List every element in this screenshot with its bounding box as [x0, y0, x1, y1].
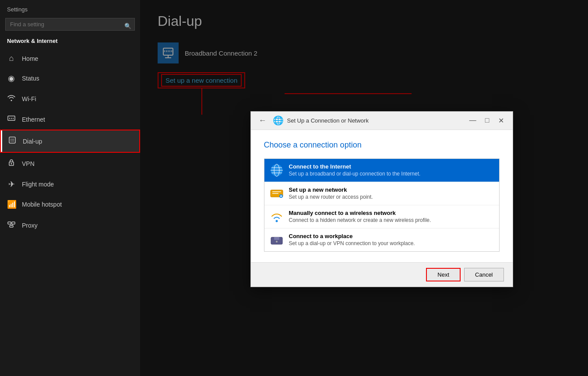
dialog-window-controls: — □ ✕ [466, 116, 507, 126]
svg-rect-13 [8, 222, 11, 224]
svg-point-5 [11, 139, 11, 140]
sidebar-item-hotspot-label: Mobile hotspot [22, 201, 62, 208]
sidebar-item-ethernet-label: Ethernet [22, 116, 45, 123]
option-network[interactable]: Set up a new network Set up a new router… [264, 182, 499, 205]
option-workplace-text: Connect to a workplace Set up a dial-up … [289, 233, 415, 246]
sidebar-item-hotspot[interactable]: 📶 Mobile hotspot [0, 194, 140, 214]
sidebar-item-status-label: Status [22, 75, 39, 82]
workplace-icon [270, 233, 284, 247]
network-icon [270, 186, 284, 200]
svg-point-12 [11, 163, 12, 165]
option-wireless[interactable]: Manually connect to a wireless network C… [264, 205, 499, 228]
vpn-icon [7, 158, 16, 169]
proxy-icon [7, 220, 16, 231]
sidebar-item-home-label: Home [22, 55, 38, 62]
option-wireless-desc: Connect to a hidden network or create a … [289, 217, 431, 223]
close-button[interactable]: ✕ [495, 116, 507, 126]
sidebar-item-proxy[interactable]: Proxy [0, 214, 140, 236]
internet-icon [270, 163, 284, 177]
search-container: 🔍 [0, 16, 140, 35]
sidebar-item-flight-label: Flight mode [22, 181, 54, 188]
wireless-icon [270, 210, 284, 224]
app-title: Settings [0, 0, 140, 16]
svg-rect-39 [274, 237, 279, 240]
main-content: Dial-up Broadband Connection 2 Set up a … [140, 0, 588, 376]
sidebar-item-status[interactable]: ◉ Status [0, 68, 140, 88]
status-icon: ◉ [7, 74, 16, 83]
sidebar: Settings 🔍 Network & Internet ⌂ Home ◉ S… [0, 0, 140, 376]
dialog-heading: Choose a connection option [264, 141, 500, 150]
option-internet-text: Connect to the Internet Set up a broadba… [289, 163, 421, 177]
option-workplace-title: Connect to a workplace [289, 233, 415, 239]
svg-point-6 [12, 139, 13, 140]
hotspot-icon: 📶 [7, 200, 16, 209]
sidebar-item-flight[interactable]: ✈ Flight mode [0, 174, 140, 194]
option-workplace-desc: Set up a dial-up or VPN connection to yo… [289, 240, 415, 246]
connection-options: Connect to the Internet Set up a broadba… [264, 158, 500, 252]
svg-point-10 [13, 141, 14, 141]
dialog-titlebar: ← 🌐 Set Up a Connection or Network — □ ✕ [251, 112, 513, 130]
svg-rect-15 [10, 225, 13, 227]
svg-point-7 [13, 139, 14, 140]
option-network-title: Set up a new network [289, 186, 373, 193]
wifi-icon [7, 94, 16, 104]
dialog-overlay: ← 🌐 Set Up a Connection or Network — □ ✕… [140, 0, 588, 376]
dialog: ← 🌐 Set Up a Connection or Network — □ ✕… [250, 111, 513, 287]
option-internet-title: Connect to the Internet [289, 163, 421, 170]
option-network-desc: Set up a new router or access point. [289, 194, 373, 200]
svg-point-40 [276, 241, 278, 242]
option-wireless-title: Manually connect to a wireless network [289, 210, 431, 216]
sidebar-item-vpn[interactable]: VPN [0, 153, 140, 174]
ethernet-icon [7, 114, 16, 124]
sidebar-item-ethernet[interactable]: Ethernet [0, 109, 140, 130]
dialup-icon [8, 136, 17, 147]
dialog-network-icon: 🌐 [273, 115, 284, 126]
dialog-title-text: Set Up a Connection or Network [287, 117, 462, 124]
search-icon: 🔍 [124, 22, 131, 29]
sidebar-item-wifi[interactable]: Wi-Fi [0, 88, 140, 109]
sidebar-item-home[interactable]: ⌂ Home [0, 49, 140, 68]
sidebar-item-wifi-label: Wi-Fi [22, 95, 36, 102]
option-internet[interactable]: Connect to the Internet Set up a broadba… [264, 159, 499, 182]
sidebar-item-proxy-label: Proxy [22, 222, 38, 229]
search-input[interactable] [5, 18, 135, 31]
svg-point-9 [12, 141, 13, 141]
dialog-body: Choose a connection option [251, 130, 513, 262]
flight-icon: ✈ [7, 179, 16, 189]
maximize-button[interactable]: □ [482, 116, 493, 126]
svg-rect-4 [9, 137, 15, 143]
svg-point-37 [275, 220, 278, 222]
option-network-text: Set up a new network Set up a new router… [289, 186, 373, 200]
sidebar-item-dialup[interactable]: Dial-up [0, 130, 140, 153]
minimize-button[interactable]: — [466, 116, 480, 126]
option-wireless-text: Manually connect to a wireless network C… [289, 210, 431, 223]
option-workplace[interactable]: Connect to a workplace Set up a dial-up … [264, 228, 499, 251]
section-title: Network & Internet [0, 35, 140, 49]
home-icon: ⌂ [7, 54, 16, 63]
svg-rect-14 [12, 222, 15, 224]
option-internet-desc: Set up a broadband or dial-up connection… [289, 171, 421, 177]
sidebar-item-dialup-label: Dial-up [23, 138, 42, 145]
sidebar-item-vpn-label: VPN [22, 160, 35, 167]
dialog-back-button[interactable]: ← [256, 115, 269, 126]
next-button[interactable]: Next [426, 268, 461, 281]
dialog-footer: Next Cancel [251, 262, 513, 287]
cancel-button[interactable]: Cancel [464, 268, 503, 281]
sidebar-nav: ⌂ Home ◉ Status Wi-Fi [0, 49, 140, 236]
svg-point-8 [11, 141, 11, 141]
